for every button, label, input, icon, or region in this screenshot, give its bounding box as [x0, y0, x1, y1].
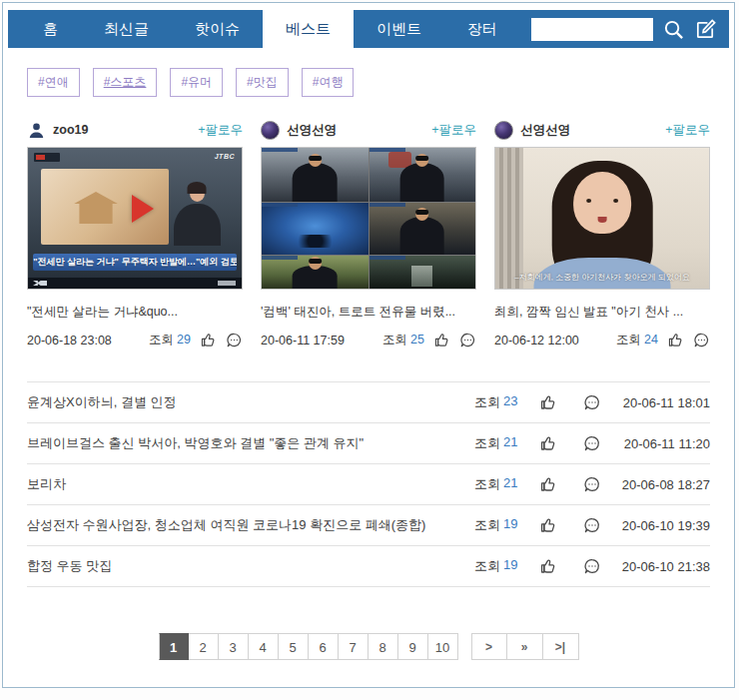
tab-best[interactable]: 베스트: [263, 7, 354, 51]
post-title[interactable]: 보리차: [27, 475, 474, 493]
post-title[interactable]: '컴백' 태진아, 트로트 전유물 버렸...: [261, 304, 476, 321]
post-meta: 20-06-12 12:00 조회24: [494, 332, 710, 349]
write-post-icon[interactable]: [693, 17, 717, 41]
collage-cell: [262, 148, 369, 202]
skip-pages-button[interactable]: »: [507, 633, 543, 660]
page-button-5[interactable]: 5: [279, 633, 309, 660]
follow-button[interactable]: +팔로우: [431, 122, 476, 139]
page-button-7[interactable]: 7: [339, 633, 369, 660]
post-title[interactable]: 최희, 깜짝 임신 발표 "아기 천사 ...: [494, 304, 710, 321]
page-controls: > » >|: [471, 633, 579, 660]
post-title[interactable]: 브레이브걸스 출신 박서아, 박영호와 결별 "좋은 관계 유지": [27, 434, 474, 452]
views-count: 25: [410, 333, 424, 347]
news-anchor-figure: [174, 185, 221, 258]
search-input[interactable]: [531, 18, 653, 41]
page-button-4[interactable]: 4: [249, 633, 279, 660]
user-avatar-icon: [27, 121, 46, 140]
collage-cell: [370, 256, 476, 290]
page-button-6[interactable]: 6: [309, 633, 339, 660]
comment-icon[interactable]: [583, 516, 601, 534]
username[interactable]: zoo19: [53, 123, 88, 137]
thumbs-up-icon[interactable]: [200, 332, 217, 349]
video-thumbnail[interactable]: [261, 147, 476, 290]
user-avatar: [494, 121, 513, 140]
page-button-9[interactable]: 9: [398, 633, 428, 660]
tab-latest[interactable]: 최신글: [81, 10, 172, 48]
post-date: 20-06-11 17:59: [261, 334, 345, 348]
tab-market[interactable]: 장터: [444, 10, 520, 48]
tag-romance[interactable]: #연애: [27, 68, 80, 97]
thumbs-up-icon[interactable]: [667, 332, 684, 349]
post-title[interactable]: 합정 우동 맛집: [27, 557, 474, 575]
post-date: 20-06-10 21:38: [614, 559, 710, 574]
pagination: 1 2 3 4 5 6 7 8 9 10 > » >|: [3, 633, 734, 660]
post-list: 윤계상X이하늬, 결별 인정 조회23 20-06-11 18:01 브레이브걸…: [27, 381, 710, 587]
tag-humor[interactable]: #유머: [170, 68, 223, 97]
views-label: 조회: [474, 516, 500, 534]
list-row: 브레이브걸스 출신 박서아, 박영호와 결별 "좋은 관계 유지" 조회21 2…: [27, 422, 710, 463]
search-icon[interactable]: [661, 17, 685, 41]
thumbs-up-icon[interactable]: [539, 557, 557, 575]
comment-icon[interactable]: [693, 332, 710, 349]
nav-tabs: 홈 최신글 핫이슈 베스트 이벤트 장터: [20, 10, 520, 48]
page-button-3[interactable]: 3: [219, 633, 249, 660]
page-numbers: 1 2 3 4 5 6 7 8 9 10: [159, 633, 458, 660]
last-page-button[interactable]: >|: [543, 633, 579, 660]
follow-button[interactable]: +팔로우: [198, 122, 243, 139]
channel-logo: JTBC: [215, 153, 235, 160]
tag-sports[interactable]: #스포츠: [93, 68, 158, 97]
post-title[interactable]: 삼성전자 수원사업장, 청소업체 여직원 코로나19 확진으로 폐쇄(종합): [27, 516, 474, 534]
broadcast-logo: [34, 153, 60, 162]
views-count: 21: [503, 434, 517, 452]
headline-banner: "전세만 살라는 거냐" 무주택자 반발에…"예외 검토": [33, 254, 236, 271]
user-avatar: [261, 121, 280, 140]
card-header: 선영선영 +팔로우: [494, 118, 710, 142]
tag-food[interactable]: #맛집: [236, 68, 289, 97]
list-row: 윤계상X이하늬, 결별 인정 조회23 20-06-11 18:01: [27, 381, 710, 422]
post-card: 선영선영 +팔로우 '컴백' 태진아, 트로트 전유물 버렸... 20-06-…: [261, 118, 476, 349]
comment-icon[interactable]: [583, 393, 601, 411]
collage-cell: [370, 203, 476, 255]
subtitle-caption: –저희에게, 소중한 아기천사가 찾아오게 되었어요: [495, 272, 709, 283]
video-thumbnail[interactable]: –저희에게, 소중한 아기천사가 찾아오게 되었어요: [494, 147, 710, 290]
post-title[interactable]: 윤계상X이하늬, 결별 인정: [27, 393, 474, 411]
comment-icon[interactable]: [583, 434, 601, 452]
thumbs-up-icon[interactable]: [539, 434, 557, 452]
tab-home[interactable]: 홈: [20, 10, 81, 48]
page-button-10[interactable]: 10: [428, 633, 458, 660]
page-button-8[interactable]: 8: [369, 633, 398, 660]
views-count: 19: [503, 557, 517, 575]
comment-icon[interactable]: [583, 475, 601, 493]
page-frame: 홈 최신글 핫이슈 베스트 이벤트 장터 #연애 #스포츠 #유머 #맛집 #여…: [2, 2, 735, 688]
thumbs-up-icon[interactable]: [539, 475, 557, 493]
thumbs-up-icon[interactable]: [539, 516, 557, 534]
thumbs-up-icon[interactable]: [539, 393, 557, 411]
follow-button[interactable]: +팔로우: [665, 122, 710, 139]
best-cards: zoo19 +팔로우 JTBC "전세만 살라는 거냐" 무주택자 반발에…"예…: [27, 118, 710, 349]
views-label: 조회: [474, 557, 500, 575]
video-player-controls[interactable]: [28, 278, 242, 289]
comment-icon[interactable]: [583, 557, 601, 575]
next-page-button[interactable]: >: [471, 633, 507, 660]
page-button-1[interactable]: 1: [159, 633, 189, 660]
comment-icon[interactable]: [226, 332, 243, 349]
tag-travel[interactable]: #여행: [302, 68, 355, 97]
username[interactable]: 선영선영: [287, 122, 337, 139]
list-row: 보리차 조회21 20-06-08 18:27: [27, 463, 710, 504]
post-date: 20-06-08 18:27: [614, 477, 710, 492]
house-image: [74, 192, 118, 224]
tab-hot-issue[interactable]: 핫이슈: [172, 10, 263, 48]
views-label: 조회: [474, 475, 500, 493]
post-title[interactable]: "전세만 살라는 거냐&quo...: [27, 304, 243, 321]
tab-event[interactable]: 이벤트: [354, 10, 444, 48]
username[interactable]: 선영선영: [520, 122, 570, 139]
comment-icon[interactable]: [459, 332, 476, 349]
vlogger-face: [573, 172, 631, 234]
thumbs-up-icon[interactable]: [433, 332, 450, 349]
views-label: 조회: [149, 333, 174, 347]
top-nav: 홈 최신글 핫이슈 베스트 이벤트 장터: [8, 10, 729, 48]
post-date: 20-06-11 18:01: [614, 395, 710, 410]
video-thumbnail[interactable]: JTBC "전세만 살라는 거냐" 무주택자 반발에…"예외 검토": [27, 147, 243, 290]
collage-cell: [262, 256, 369, 290]
page-button-2[interactable]: 2: [189, 633, 219, 660]
